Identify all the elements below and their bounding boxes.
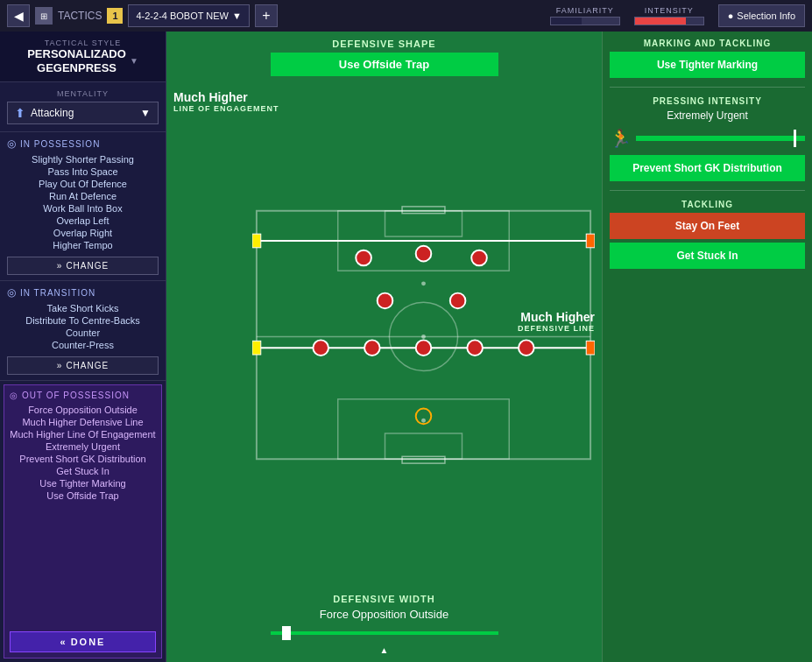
svg-point-24 [416, 340, 432, 356]
mentality-dropdown-icon: ▼ [140, 107, 151, 119]
intensity-track [634, 17, 704, 25]
selection-info-label: Selection Info [737, 11, 795, 21]
football-pitch [252, 81, 595, 588]
change-icon-2: » [57, 361, 63, 370]
use-tighter-marking-button[interactable]: Use Tighter Marking [610, 52, 805, 78]
style-dropdown-icon: ▼ [130, 56, 138, 66]
in-possession-section: ◎ IN POSSESSION Slightly Shorter Passing… [0, 132, 166, 281]
defensive-line-label: Much Higher DEFENSIVE LINE [518, 310, 595, 333]
divider-2 [610, 190, 805, 191]
in-possession-icon: ◎ [7, 137, 17, 150]
change-icon-1: » [57, 261, 63, 271]
svg-point-30 [421, 335, 426, 339]
line-engagement-label: Much Higher LINE OF ENGAGEMENT [173, 90, 279, 113]
offside-trap-button[interactable]: Use Offside Trap [271, 53, 498, 76]
svg-point-19 [471, 250, 487, 266]
list-item: Distribute To Centre-Backs [7, 314, 159, 327]
tactics-label: TACTICS [58, 10, 102, 22]
back-button[interactable]: ◀ [7, 4, 30, 27]
svg-rect-15 [252, 341, 261, 355]
svg-point-21 [450, 293, 466, 309]
tactical-style-name: PERSONALIZADO GEGENPRESS [27, 47, 126, 74]
right-panel: MARKING AND TACKLING Use Tighter Marking… [602, 32, 812, 662]
list-item: Overlap Left [7, 215, 159, 227]
svg-rect-13 [252, 234, 261, 248]
much-higher-defensive-label: Much Higher [518, 310, 595, 324]
prevent-short-gk-button[interactable]: Prevent Short GK Distribution [610, 155, 805, 181]
oop-label: OUT OF POSSESSION [22, 391, 130, 400]
defensive-width-label: DEFENSIVE WIDTH [333, 594, 434, 604]
tactic-number: 1 [107, 8, 123, 24]
marking-tackling-title: MARKING AND TACKLING [610, 39, 805, 48]
svg-point-20 [378, 293, 393, 309]
list-item: Force Opposition Outside [10, 404, 156, 416]
svg-point-26 [519, 340, 534, 356]
much-higher-engagement-label: Much Higher [173, 90, 279, 104]
list-item: Use Tighter Marking [10, 477, 156, 489]
svg-point-25 [467, 340, 483, 356]
defensive-shape-label: DEFENSIVE SHAPE [332, 39, 435, 49]
top-bar-left: ◀ ⊞ TACTICS 1 4-2-2-4 BOBOT NEW ▼ + [7, 4, 278, 27]
intensity-bar-group: INTENSITY [634, 6, 704, 25]
intensity-fill [635, 18, 687, 25]
defensive-line-sub-label: DEFENSIVE LINE [518, 324, 595, 333]
intensity-label: INTENSITY [645, 6, 694, 15]
pressing-intensity-section: PRESSING INTENSITY Extremely Urgent 🏃 Pr… [610, 96, 805, 181]
in-transition-items: Take Short Kicks Distribute To Centre-Ba… [7, 302, 159, 351]
familiarity-bar-group: FAMILIARITY [550, 6, 620, 25]
add-icon: + [262, 8, 270, 24]
in-possession-header: ◎ IN POSSESSION [7, 137, 159, 150]
main-layout: TACTICAL STYLE PERSONALIZADO GEGENPRESS … [0, 32, 812, 662]
mentality-section: MENTALITY ⬆ Attacking ▼ [0, 82, 166, 132]
mentality-dropdown[interactable]: ⬆ Attacking ▼ [7, 102, 159, 124]
defensive-width-slider[interactable] [271, 624, 498, 642]
in-transition-change-button[interactable]: » CHANGE [7, 356, 159, 375]
tactical-style-header: TACTICAL STYLE PERSONALIZADO GEGENPRESS … [0, 32, 166, 82]
back-icon: ◀ [14, 9, 24, 23]
svg-point-22 [313, 340, 328, 356]
field-bottom: DEFENSIVE WIDTH Force Opposition Outside… [173, 594, 595, 655]
tactic-dropdown-icon: ▼ [232, 11, 242, 21]
in-possession-change-button[interactable]: » CHANGE [7, 257, 159, 275]
change-label-1: CHANGE [66, 261, 109, 271]
divider-1 [610, 87, 805, 88]
get-stuck-in-button[interactable]: Get Stuck In [610, 243, 805, 269]
svg-point-23 [364, 340, 380, 356]
done-button[interactable]: « DONE [10, 631, 156, 652]
add-tactic-button[interactable]: + [255, 4, 278, 27]
list-item: Overlap Right [7, 227, 159, 239]
line-engagement-sub-label: LINE OF ENGAGEMENT [173, 104, 279, 113]
stay-on-feet-button[interactable]: Stay On Feet [610, 213, 805, 239]
selection-info-button[interactable]: ● Selection Info [718, 4, 805, 27]
tactic-name-button[interactable]: 4-2-2-4 BOBOT NEW ▼ [128, 4, 249, 27]
pressing-intensity-title: PRESSING INTENSITY [610, 96, 805, 106]
svg-rect-14 [586, 234, 595, 248]
width-slider-track [271, 631, 498, 635]
list-item: Extremely Urgent [10, 440, 156, 453]
done-label: DONE [71, 637, 106, 647]
out-of-possession-header: ◎ OUT OF POSSESSION [10, 391, 156, 400]
familiarity-track [550, 17, 620, 25]
list-item: Play Out Of Defence [7, 178, 159, 190]
svg-rect-16 [586, 341, 595, 355]
tackling-title: TACKLING [610, 200, 805, 209]
tactical-style-label: TACTICAL STYLE [7, 39, 159, 47]
list-item: Much Higher Defensive Line [10, 416, 156, 428]
pressing-intensity-value: Extremely Urgent [610, 109, 805, 122]
oop-icon: ◎ [10, 391, 18, 400]
in-transition-header: ◎ IN TRANSITION [7, 286, 159, 299]
selection-info-icon: ● [728, 11, 734, 21]
list-item: Counter [7, 327, 159, 339]
width-slider-thumb [282, 626, 291, 640]
in-transition-section: ◎ IN TRANSITION Take Short Kicks Distrib… [0, 281, 166, 381]
svg-point-17 [356, 250, 371, 266]
list-item: Run At Defence [7, 190, 159, 202]
tactics-icon: ⊞ [35, 7, 53, 25]
svg-point-18 [416, 246, 432, 262]
familiarity-section: FAMILIARITY INTENSITY ● Selection Info [550, 4, 805, 27]
in-possession-label: IN POSSESSION [20, 139, 100, 149]
change-label-2: CHANGE [66, 361, 109, 370]
pressing-slider-thumb [794, 130, 796, 147]
pressing-slider[interactable]: 🏃 [610, 125, 805, 151]
svg-point-28 [421, 281, 426, 285]
